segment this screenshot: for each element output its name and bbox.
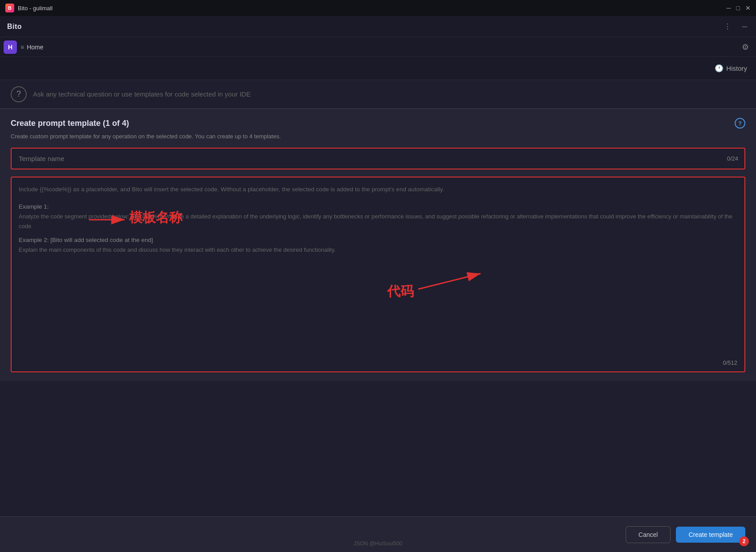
- dialog-subtitle: Create custom prompt template for any op…: [11, 133, 745, 140]
- history-bar: 🕐 History: [0, 57, 756, 80]
- more-options-icon[interactable]: ⋮: [724, 22, 731, 31]
- dialog-title-text: Create prompt template (1 of 4): [11, 119, 129, 128]
- history-icon: 🕐: [715, 64, 724, 73]
- help-icon[interactable]: ?: [735, 118, 745, 129]
- dialog: Create prompt template (1 of 4) ? Create…: [0, 109, 756, 381]
- question-icon: ?: [11, 86, 27, 102]
- code-area-counter: 0/512: [723, 359, 737, 366]
- history-label: History: [726, 64, 747, 72]
- app-logo: Bito: [7, 23, 22, 31]
- maximize-button[interactable]: □: [736, 4, 740, 12]
- template-name-counter: 0/24: [727, 155, 744, 162]
- template-name-input[interactable]: [12, 149, 727, 169]
- header-minimize-icon[interactable]: ─: [742, 23, 747, 31]
- example2-block: Example 2: [Bito will add selected code …: [19, 237, 737, 255]
- create-badge: 2: [739, 536, 749, 546]
- example2-title: Example 2: [Bito will add selected code …: [19, 237, 737, 243]
- example1-text: Analyze the code segment provided below:…: [19, 212, 737, 231]
- dialog-footer: Cancel Create template 2: [0, 516, 756, 552]
- watermark: JSON @HuiSoul500: [354, 540, 403, 547]
- history-button[interactable]: 🕐 History: [715, 64, 747, 73]
- example1-block: Example 1: Analyze the code segment prov…: [19, 203, 737, 231]
- app-icon: B: [5, 4, 14, 12]
- code-area-hint: Include {{%code%}} as a placeholder, and…: [19, 185, 737, 194]
- example2-text: Explain the main components of this code…: [19, 245, 737, 255]
- dialog-title-row: Create prompt template (1 of 4) ?: [11, 118, 745, 129]
- close-button[interactable]: ✕: [745, 4, 751, 12]
- title-bar: B Bito - gulimall ─ □ ✕: [0, 0, 756, 16]
- gear-icon[interactable]: ⚙: [742, 42, 749, 52]
- cancel-button[interactable]: Cancel: [626, 526, 671, 543]
- nav-bar: H ≡ Home ⚙: [0, 37, 756, 57]
- template-name-field[interactable]: 0/24: [11, 148, 745, 169]
- example1-title: Example 1:: [19, 203, 737, 210]
- code-area-wrapper: Include {{%code%}} as a placeholder, and…: [11, 177, 745, 372]
- minimize-button[interactable]: ─: [727, 4, 731, 12]
- avatar[interactable]: H: [4, 40, 17, 54]
- ask-placeholder: Ask any technical question or use templa…: [33, 90, 251, 98]
- app-header: Bito ⋮ ─: [0, 16, 756, 37]
- ask-bar: ? Ask any technical question or use temp…: [0, 80, 756, 109]
- create-template-button[interactable]: Create template 2: [676, 527, 745, 543]
- home-label: Home: [27, 44, 43, 51]
- title-bar-text: Bito - gulimall: [18, 5, 53, 12]
- hamburger-icon[interactable]: ≡: [20, 44, 24, 51]
- window-controls: ─ □ ✕: [727, 4, 751, 12]
